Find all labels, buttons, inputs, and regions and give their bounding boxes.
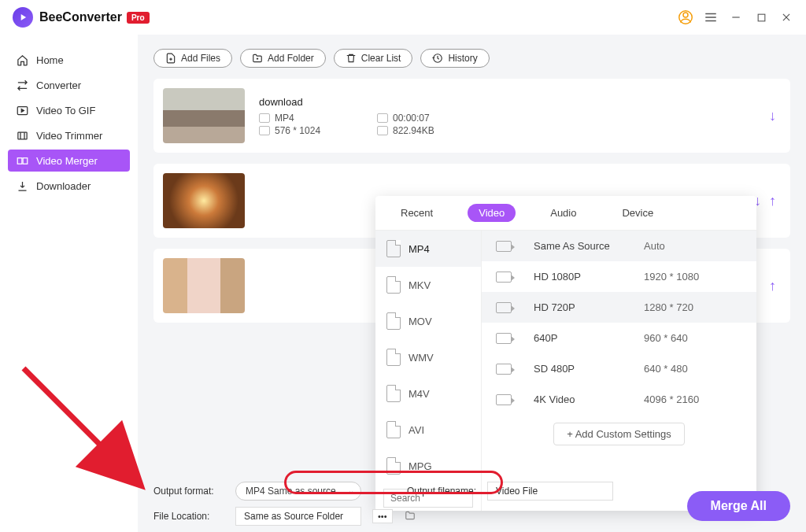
resolution-column: Same As SourceAuto HD 1080P1920 * 1080 H… (482, 231, 756, 511)
action-row: Add Files Add Folder Clear List History (153, 49, 790, 68)
svg-rect-6 (758, 14, 765, 21)
sidebar-item-label: Video Trimmer (36, 130, 102, 142)
video-icon (496, 241, 512, 252)
format-item-m4v[interactable]: M4V (375, 375, 481, 412)
bottom-bar: Output format: MP4 Same as source⌄ Outpu… (153, 482, 790, 526)
sidebar-item-converter[interactable]: Converter (8, 74, 130, 96)
tab-device[interactable]: Device (611, 204, 664, 222)
converter-icon (16, 79, 28, 91)
format-popup: Recent Video Audio Device MP4 MKV MOV WM… (375, 196, 756, 511)
trimmer-icon (16, 129, 28, 142)
document-icon (386, 349, 401, 366)
sidebar-item-video-merger[interactable]: Video Merger (8, 150, 130, 172)
thumbnail (163, 173, 245, 228)
sidebar-item-label: Converter (36, 79, 81, 91)
tab-row: Recent Video Audio Device (375, 196, 756, 231)
file-location-label: File Location: (153, 511, 224, 522)
output-format-label: Output format: (153, 486, 224, 497)
move-up-button[interactable]: ↑ (769, 193, 776, 209)
tab-audio[interactable]: Audio (539, 204, 587, 222)
output-filename-label: Output filename: (407, 486, 476, 497)
merge-all-button[interactable]: Merge All (687, 491, 790, 521)
svg-rect-14 (23, 157, 28, 164)
sidebar-item-video-to-gif[interactable]: Video To GIF (8, 99, 130, 121)
resolution-item[interactable]: HD 1080P1920 * 1080 (482, 261, 756, 292)
format-item-mp4[interactable]: MP4 (375, 231, 481, 267)
format-item-avi[interactable]: AVI (375, 412, 481, 448)
home-icon (16, 54, 28, 66)
sidebar-item-label: Video Merger (36, 155, 98, 167)
thumbnail (163, 258, 245, 313)
history-button[interactable]: History (420, 49, 489, 68)
format-item-mkv[interactable]: MKV (375, 267, 481, 303)
maximize-button[interactable] (754, 10, 768, 24)
add-custom-settings-button[interactable]: + Add Custom Settings (553, 423, 685, 445)
move-up-button[interactable]: ↑ (769, 278, 776, 294)
minimize-button[interactable] (729, 10, 743, 24)
merger-icon (16, 154, 28, 167)
format-item-mpg[interactable]: MPG (375, 448, 481, 484)
format-item-wmv[interactable]: WMV (375, 339, 481, 375)
sidebar-item-video-trimmer[interactable]: Video Trimmer (8, 124, 130, 146)
sidebar: Home Converter Video To GIF Video Trimme… (0, 35, 138, 532)
clear-list-button[interactable]: Clear List (334, 49, 413, 68)
video-icon (496, 272, 512, 283)
file-location-input[interactable]: Same as Source Folder (235, 507, 361, 526)
resolution-item[interactable]: Same As SourceAuto (482, 231, 756, 261)
main-content: Add Files Add Folder Clear List History … (138, 35, 806, 532)
browse-button[interactable]: ••• (372, 509, 393, 523)
document-icon (386, 421, 401, 438)
gif-icon (16, 104, 28, 116)
close-button[interactable] (779, 10, 793, 24)
svg-rect-10 (17, 132, 26, 139)
document-icon (386, 276, 401, 294)
resolution-item[interactable]: 640P960 * 640 (482, 323, 756, 353)
menu-icon[interactable] (704, 10, 718, 24)
video-icon (496, 364, 512, 375)
document-icon (386, 312, 401, 330)
tab-recent[interactable]: Recent (390, 204, 444, 222)
user-icon[interactable] (678, 10, 693, 24)
size-icon (377, 126, 388, 135)
resolution-item[interactable]: HD 720P1280 * 720 (482, 292, 756, 323)
document-icon (386, 240, 401, 257)
video-icon (496, 394, 512, 405)
document-icon (386, 385, 401, 402)
move-down-button[interactable]: ↓ (769, 108, 776, 124)
output-format-select[interactable]: MP4 Same as source⌄ (235, 482, 361, 501)
format-item-mov[interactable]: MOV (375, 303, 481, 339)
format-column: MP4 MKV MOV WMV M4V AVI MPG (375, 231, 482, 511)
dimensions-icon (259, 126, 270, 135)
format-icon (259, 113, 270, 123)
resolution-item[interactable]: 4K Video4096 * 2160 (482, 384, 756, 415)
sidebar-item-downloader[interactable]: Downloader (8, 175, 130, 197)
chevron-down-icon: ⌄ (348, 486, 354, 495)
title-bar: BeeConverter Pro (0, 0, 806, 35)
video-icon (496, 302, 512, 313)
svg-rect-13 (17, 157, 22, 164)
svg-point-0 (683, 13, 688, 17)
file-meta: download MP4 00:00:07 576 * 1024 822.94K… (259, 96, 755, 136)
sidebar-item-label: Home (36, 54, 64, 66)
add-files-button[interactable]: Add Files (153, 49, 232, 68)
pro-badge: Pro (127, 12, 150, 24)
resolution-item[interactable]: SD 480P640 * 480 (482, 353, 756, 384)
clock-icon (377, 113, 388, 123)
sidebar-item-home[interactable]: Home (8, 49, 130, 71)
thumbnail (163, 88, 245, 143)
video-icon (496, 333, 512, 344)
sidebar-item-label: Video To GIF (36, 105, 95, 116)
app-logo (13, 7, 33, 28)
document-icon (386, 457, 401, 475)
download-icon (16, 179, 28, 192)
add-folder-button[interactable]: Add Folder (240, 49, 326, 68)
app-title: BeeConverter (39, 10, 122, 24)
file-card[interactable]: download MP4 00:00:07 576 * 1024 822.94K… (153, 79, 790, 153)
open-folder-button[interactable] (404, 510, 416, 523)
tab-video[interactable]: Video (468, 204, 516, 222)
output-filename-input[interactable]: Video File (487, 482, 613, 501)
file-name: download (259, 96, 755, 108)
sidebar-item-label: Downloader (36, 180, 91, 192)
